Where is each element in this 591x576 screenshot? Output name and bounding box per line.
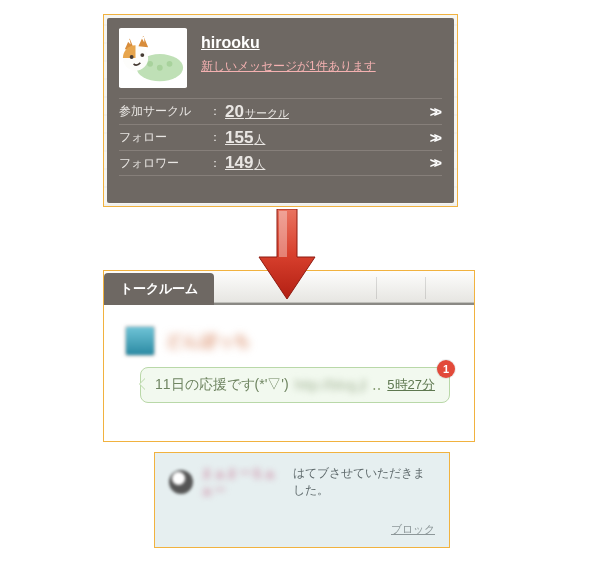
stat-num: 155 xyxy=(225,128,253,147)
talk-username-link[interactable]: どんぼっち xyxy=(166,331,251,352)
profile-panel: hirooku 新しいメッセージが1件あります 参加サークル ： 20サークル … xyxy=(103,14,458,207)
ellipsis: ‥ xyxy=(372,377,381,393)
message-bubble[interactable]: 11日の応援です(*'▽') http://blog.jl ‥ 5時27分 1 xyxy=(140,367,450,403)
colon: ： xyxy=(209,129,225,146)
reply-avatar[interactable] xyxy=(169,470,193,494)
colon: ： xyxy=(209,155,225,172)
stat-value: 20サークル xyxy=(225,102,430,122)
stat-unit: サークル xyxy=(245,107,289,119)
svg-point-6 xyxy=(130,55,134,59)
reply-username-link[interactable]: まぁまーるぁぁー xyxy=(201,465,285,499)
svg-point-3 xyxy=(167,61,173,67)
talk-user-row: どんぼっち xyxy=(124,325,460,357)
arrow-down-icon xyxy=(257,209,317,299)
stat-label: 参加サークル xyxy=(119,103,209,120)
stat-value: 155人 xyxy=(225,128,430,148)
notification-badge: 1 xyxy=(437,360,455,378)
message-link-blurred: http://blog.jl xyxy=(295,377,367,393)
message-time-link[interactable]: 5時27分 xyxy=(387,376,435,394)
chevron-right-icon: >> xyxy=(430,130,442,146)
stat-value: 149人 xyxy=(225,153,430,173)
talk-avatar[interactable] xyxy=(124,325,156,357)
chevron-right-icon: >> xyxy=(430,104,442,120)
svg-point-4 xyxy=(147,61,153,67)
stat-num: 20 xyxy=(225,102,244,121)
new-message-link[interactable]: 新しいメッセージが1件あります xyxy=(201,58,376,75)
stat-row-circles[interactable]: 参加サークル ： 20サークル >> xyxy=(119,98,442,124)
reply-text: はてブさせていただきました。 xyxy=(293,465,435,499)
svg-point-2 xyxy=(157,65,163,71)
stats-table: 参加サークル ： 20サークル >> フォロー ： 155人 >> フォロワー … xyxy=(119,98,442,176)
tab-slot xyxy=(426,271,474,303)
tab-slot xyxy=(377,271,425,303)
profile-header: hirooku 新しいメッセージが1件あります xyxy=(119,28,442,88)
bubble-row: 11日の応援です(*'▽') http://blog.jl ‥ 5時27分 1 xyxy=(124,367,460,403)
reply-row: まぁまーるぁぁー はてブさせていただきました。 xyxy=(169,465,435,499)
stat-row-follower[interactable]: フォロワー ： 149人 >> xyxy=(119,150,442,176)
reply-card: まぁまーるぁぁー はてブさせていただきました。 ブロック xyxy=(154,452,450,548)
stat-num: 149 xyxy=(225,153,253,172)
block-link[interactable]: ブロック xyxy=(391,522,435,537)
stat-unit: 人 xyxy=(254,158,265,170)
profile-name-col: hirooku 新しいメッセージが1件あります xyxy=(187,28,376,88)
stat-unit: 人 xyxy=(254,133,265,145)
svg-point-7 xyxy=(140,53,144,57)
colon: ： xyxy=(209,103,225,120)
username-link[interactable]: hirooku xyxy=(201,34,376,52)
message-text: 11日の応援です(*'▽') xyxy=(155,376,289,394)
avatar[interactable] xyxy=(119,28,187,88)
tab-talkroom[interactable]: トークルーム xyxy=(104,273,214,305)
stat-row-follow[interactable]: フォロー ： 155人 >> xyxy=(119,124,442,150)
stat-label: フォロワー xyxy=(119,155,209,172)
talkroom-body: どんぼっち 11日の応援です(*'▽') http://blog.jl ‥ 5時… xyxy=(104,305,474,415)
profile-card: hirooku 新しいメッセージが1件あります 参加サークル ： 20サークル … xyxy=(107,18,454,203)
chevron-right-icon: >> xyxy=(430,155,442,171)
stat-label: フォロー xyxy=(119,129,209,146)
